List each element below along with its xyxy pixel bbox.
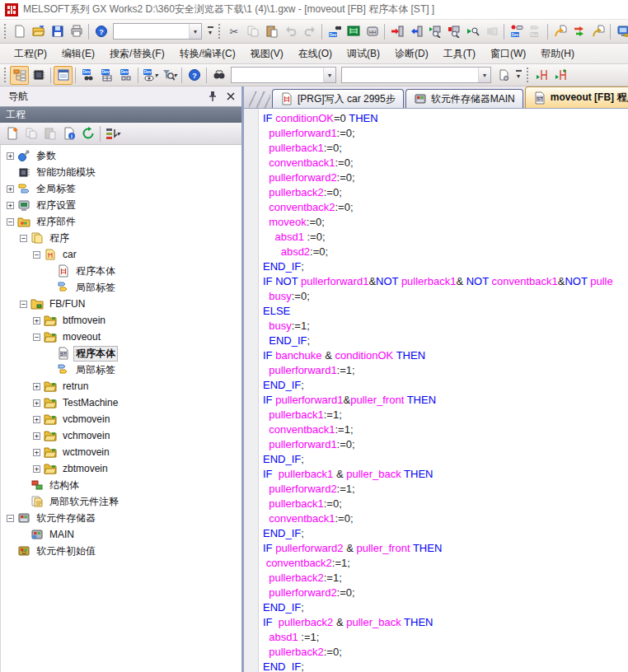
expand-icon[interactable]: +	[33, 449, 40, 456]
toolbar-grip[interactable]	[3, 67, 7, 83]
find-target-combo-dropdown-icon[interactable]: ▾	[323, 68, 335, 82]
tree-item-car[interactable]: −car	[2, 246, 241, 263]
tree-item-program[interactable]: −程序	[2, 230, 241, 246]
tree-item-parameter[interactable]: +参数	[2, 147, 241, 164]
collapse-icon[interactable]: −	[20, 301, 27, 308]
paste-data-button[interactable]	[40, 124, 59, 143]
expand-icon[interactable]: +	[33, 383, 40, 390]
menu-window[interactable]: 窗口(W)	[483, 44, 533, 64]
expand-icon[interactable]: +	[7, 185, 14, 193]
page-option-button[interactable]	[494, 66, 513, 85]
toolbar-grip[interactable]	[218, 23, 221, 40]
help-button[interactable]: ?	[91, 22, 110, 41]
hh-unit-button[interactable]: HH	[363, 22, 382, 41]
collapse-icon[interactable]: −	[20, 235, 27, 242]
work-window-button[interactable]	[54, 66, 73, 85]
tree-item-vchmovein[interactable]: +vchmovein	[2, 427, 241, 444]
menu-compile[interactable]: 转换/编译(C)	[172, 44, 243, 64]
expand-icon[interactable]: +	[7, 202, 14, 209]
refresh-view-button[interactable]	[78, 124, 97, 143]
menu-edit[interactable]: 编辑(E)	[54, 44, 102, 64]
monitor-stop-button[interactable]	[482, 22, 501, 41]
open-project-button[interactable]	[29, 22, 48, 41]
tree-item-global-label[interactable]: +全局标签	[2, 180, 241, 197]
print-button[interactable]	[67, 22, 86, 41]
find-text-combo-dropdown-icon[interactable]: ▾	[478, 68, 490, 82]
st-editor[interactable]: IF conditionOK=0 THEN pullerforward1:=0;…	[244, 109, 628, 672]
collapse-icon[interactable]: −	[33, 251, 40, 259]
project-data-combo[interactable]: ▾	[113, 23, 202, 40]
redo-button[interactable]	[300, 22, 319, 41]
expand-icon[interactable]: +	[33, 416, 40, 423]
tree-item-car-program-body[interactable]: 程序本体	[2, 263, 241, 279]
st-ladder-insert-button[interactable]	[532, 66, 551, 85]
project-data-combo-dropdown-icon[interactable]: ▾	[189, 24, 201, 39]
menu-diagnostics[interactable]: 诊断(D)	[387, 44, 436, 64]
data-info-button[interactable]: i	[59, 124, 78, 143]
navigation-window-button[interactable]	[10, 66, 29, 85]
tree-item-wctmovein[interactable]: +wctmovein	[2, 444, 241, 460]
tree-item-retrun[interactable]: +retrun	[2, 378, 241, 394]
new-data-button[interactable]	[2, 124, 21, 143]
st-ladder-insert2-button[interactable]	[551, 66, 570, 85]
collapse-icon[interactable]: −	[7, 218, 14, 226]
find-binoculars-button[interactable]	[209, 66, 228, 85]
program-check2-button[interactable]	[588, 22, 607, 41]
paste-button[interactable]	[262, 22, 281, 41]
watch-stop-button[interactable]	[444, 22, 463, 41]
write-to-plc-button[interactable]	[387, 22, 406, 41]
device-display-button[interactable]: Dev	[507, 22, 526, 41]
expand-icon[interactable]: +	[33, 432, 40, 440]
device-display-format-button[interactable]: Dev▾	[141, 66, 160, 85]
tab-moveout-st-body[interactable]: STmoveout [FB] 程序本体	[525, 86, 628, 108]
tree-item-car-local-label[interactable]: 局部标签	[2, 279, 241, 296]
expand-icon[interactable]: +	[7, 152, 14, 160]
menu-find-replace[interactable]: 搜索/替换(F)	[102, 44, 172, 64]
device-display-off-button[interactable]: Dev	[526, 22, 545, 41]
expand-icon[interactable]: +	[33, 399, 40, 407]
program-transfer-button[interactable]	[569, 22, 588, 41]
device-zoom-dropdown-icon[interactable]: ▾	[173, 72, 176, 79]
cut-button[interactable]: ✂	[224, 22, 243, 41]
read-from-plc-button[interactable]	[406, 22, 425, 41]
copy-data-button[interactable]	[21, 124, 40, 143]
tree-item-device-initial-value[interactable]: 12软元件初始值	[2, 543, 241, 559]
module-config-button[interactable]	[29, 66, 48, 85]
device-display-format-dropdown-icon[interactable]: ▾	[154, 72, 157, 79]
tab-device-memory-main[interactable]: 软元件存储器MAIN	[405, 89, 523, 108]
tree-item-device-memory-main[interactable]: MAIN	[2, 526, 241, 543]
tree-item-testmachine[interactable]: +TestMachine	[2, 394, 241, 411]
tree-item-zbtmovein[interactable]: +zbtmovein	[2, 460, 241, 477]
watch-start-button[interactable]	[425, 22, 444, 41]
close-icon[interactable]	[223, 90, 238, 103]
tree-item-device-memory[interactable]: −软元件存储器	[2, 510, 241, 526]
menu-view[interactable]: 视图(V)	[243, 44, 291, 64]
tree-item-moveout[interactable]: −moveout	[2, 329, 241, 345]
copy-button[interactable]	[243, 22, 262, 41]
device-find2-button[interactable]: Dev	[78, 66, 97, 85]
menu-online[interactable]: 在线(O)	[291, 44, 340, 64]
new-project-button[interactable]	[10, 22, 29, 41]
undo-button[interactable]	[281, 22, 300, 41]
tree-item-program-setting[interactable]: +程序设置	[2, 197, 241, 213]
menu-debug[interactable]: 调试(B)	[340, 44, 387, 64]
ladder-monitor-button[interactable]	[344, 22, 363, 41]
monitor-start-button[interactable]	[463, 22, 482, 41]
st-code[interactable]: IF conditionOK=0 THEN pullerforward1:=0;…	[259, 109, 628, 672]
menu-tool[interactable]: 工具(T)	[436, 44, 483, 64]
expand-icon[interactable]: +	[33, 465, 40, 473]
save-project-button[interactable]	[48, 22, 67, 41]
pin-icon[interactable]	[205, 90, 220, 103]
toolbar-grip[interactable]	[3, 23, 7, 40]
tree-item-btfmovein[interactable]: +btfmovein	[2, 312, 241, 329]
sort-tree-dropdown-icon[interactable]: ▾	[116, 130, 120, 138]
program-check-button[interactable]	[551, 22, 569, 41]
tree-item-moveout-program-body[interactable]: ST程序本体	[2, 345, 241, 362]
find-text-combo[interactable]: ▾	[341, 67, 491, 83]
menu-project[interactable]: 工程(P)	[7, 44, 54, 64]
project-section-header[interactable]: 工程	[0, 106, 241, 123]
tab-car-program[interactable]: [PRG]写入 car 2995步	[272, 89, 404, 108]
collapse-icon[interactable]: −	[33, 334, 40, 341]
tree-item-pou[interactable]: −程序部件	[2, 213, 241, 230]
menu-help[interactable]: 帮助(H)	[533, 44, 582, 64]
